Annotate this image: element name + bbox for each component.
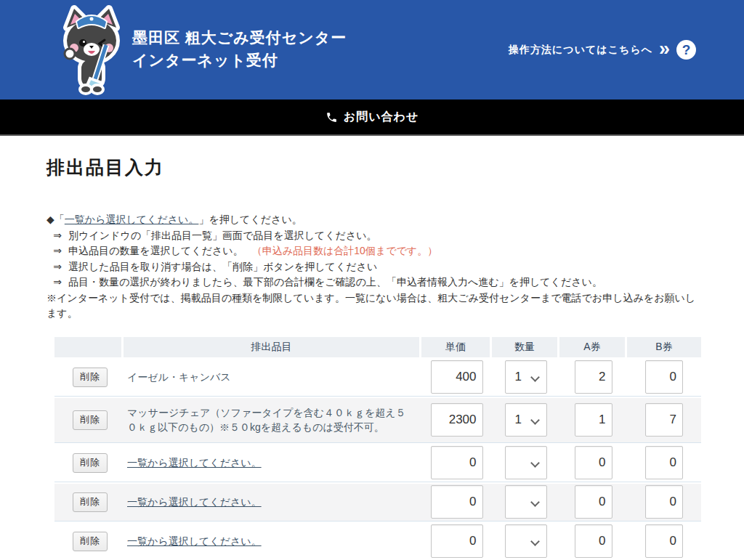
unit-price-input[interactable]: [431, 485, 483, 519]
item-name: イーゼル・キャンバス: [124, 367, 421, 387]
chevron-down-icon: [530, 537, 540, 546]
header-item: 排出品目: [124, 337, 421, 357]
arrow-icon: ⇒: [46, 259, 68, 275]
question-mark-icon[interactable]: ?: [676, 40, 696, 60]
ticket-b-input[interactable]: [645, 403, 683, 437]
quantity-select[interactable]: [505, 446, 547, 479]
unit-price-input[interactable]: [431, 446, 483, 479]
instruction-line-3: ⇒ 申込品目の数量を選択してください。（申込み品目数は合計10個までです。）: [46, 243, 700, 259]
diamond-icon: ◆: [46, 212, 54, 228]
select-from-list-link[interactable]: 一覧から選択してください。: [127, 495, 262, 509]
header-quantity: 数量: [492, 337, 559, 357]
limit-note: （申込み品目数は合計10個までです。）: [252, 245, 438, 256]
phone-icon: [326, 111, 338, 123]
table-row: 削除 一覧から選択してください。: [54, 445, 701, 482]
header-empty: [54, 337, 124, 357]
table-header-row: 排出品目 単価 数量 A券 B券: [54, 337, 701, 357]
instruction-line-2: ⇒ 別ウインドウの「排出品目一覧」画面で品目を選択してください。: [46, 228, 700, 244]
table-row: 削除 イーゼル・キャンバス 1: [54, 359, 701, 397]
quantity-select[interactable]: [505, 524, 547, 558]
instruction-line-4: ⇒ 選択した品目を取り消す場合は、「削除」ボタンを押してください: [46, 259, 700, 275]
help-link-group[interactable]: 操作方法についてはこちらへ » ?: [509, 40, 696, 60]
site-header: 墨田区 粗大ごみ受付センター インターネット受付 操作方法についてはこちらへ »…: [0, 0, 744, 100]
table-row: 削除 一覧から選択してください。: [54, 523, 701, 560]
table-row: 削除 一覧から選択してください。: [54, 484, 701, 522]
instruction-line-5: ⇒ 品目・数量の選択が終わりましたら、最下部の合計欄をご確認の上、「申込者情報入…: [46, 275, 700, 291]
unit-price-input[interactable]: [431, 524, 483, 558]
unit-price-input[interactable]: [431, 403, 483, 437]
ticket-a-input[interactable]: [575, 524, 612, 558]
header-ticket-b: B券: [627, 337, 701, 357]
contact-label: お問い合わせ: [344, 110, 419, 125]
ticket-b-input[interactable]: [645, 446, 683, 479]
chevron-down-icon: [530, 415, 540, 425]
select-from-list-link[interactable]: 一覧から選択してください。: [127, 455, 262, 470]
delete-button[interactable]: 削除: [73, 368, 108, 387]
delete-button[interactable]: 削除: [73, 410, 108, 430]
instruction-note: ※インターネット受付では、掲載品目の種類を制限しています。一覧にない場合は、粗大…: [46, 291, 700, 322]
ticket-a-input[interactable]: [575, 485, 612, 519]
ticket-b-input[interactable]: [645, 485, 683, 519]
item-name: マッサージチェア（ソファータイプを含む４０ｋｇを超え５０ｋｇ以下のもの）※５０k…: [124, 402, 421, 437]
site-title-line2: インターネット受付: [132, 49, 347, 71]
header-ticket-a: A券: [559, 337, 627, 357]
double-chevron-icon: »: [659, 41, 670, 56]
page-title: 排出品目入力: [46, 155, 744, 179]
quantity-select[interactable]: [505, 485, 547, 519]
header-unit-price: 単価: [421, 337, 492, 357]
delete-button[interactable]: 削除: [73, 453, 108, 473]
ticket-a-input[interactable]: [575, 360, 612, 394]
site-title-line1: 墨田区 粗大ごみ受付センター: [132, 26, 347, 49]
instruction-line-1: ◆「 一覧から選択してください。」を押してください。: [46, 212, 700, 228]
chevron-down-icon: [530, 498, 540, 507]
chevron-down-icon: [530, 458, 540, 468]
ticket-b-input[interactable]: [645, 524, 683, 558]
table-row: 削除 マッサージチェア（ソファータイプを含む４０ｋｇを超え５０ｋｇ以下のもの）※…: [54, 398, 701, 443]
ticket-b-input[interactable]: [645, 360, 683, 394]
item-table: 排出品目 単価 数量 A券 B券 削除 イーゼル・キャンバス 1 削除 マッサー…: [54, 337, 701, 560]
arrow-icon: ⇒: [46, 243, 68, 259]
quantity-select[interactable]: 1: [505, 360, 547, 394]
delete-button[interactable]: 削除: [73, 492, 108, 512]
mascot-cat-logo: [52, 3, 131, 97]
arrow-icon: ⇒: [46, 275, 68, 291]
select-from-list-link[interactable]: 一覧から選択してください。: [127, 534, 262, 548]
instructions: ◆「 一覧から選択してください。」を押してください。 ⇒ 別ウインドウの「排出品…: [46, 212, 700, 322]
chevron-down-icon: [530, 373, 540, 382]
site-title: 墨田区 粗大ごみ受付センター インターネット受付: [132, 26, 347, 71]
ticket-a-input[interactable]: [575, 403, 612, 437]
quantity-select[interactable]: 1: [505, 403, 547, 437]
delete-button[interactable]: 削除: [73, 532, 108, 551]
unit-price-input[interactable]: [431, 360, 483, 394]
select-from-list-link[interactable]: 一覧から選択してください。: [65, 212, 199, 228]
ticket-a-input[interactable]: [575, 446, 612, 479]
arrow-icon: ⇒: [46, 228, 68, 244]
contact-bar[interactable]: お問い合わせ: [0, 100, 744, 136]
help-link[interactable]: 操作方法についてはこちらへ: [509, 44, 652, 57]
